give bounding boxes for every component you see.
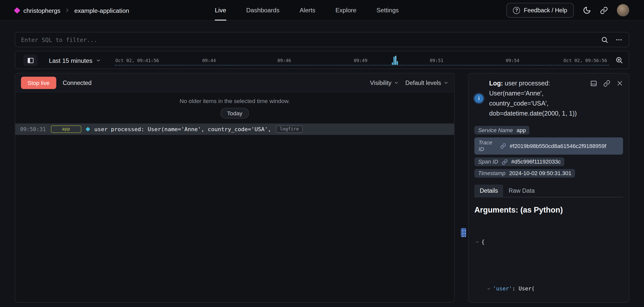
histogram-bar xyxy=(392,62,393,65)
timeline-tick: 09:49 xyxy=(354,58,367,63)
span-id-value[interactable]: #d5c996f11192033c xyxy=(511,159,561,165)
nav-tab-explore[interactable]: Explore xyxy=(335,0,356,21)
log-level-diamond-icon xyxy=(85,127,90,131)
timestamp-value: 2024-10-02 09:50:31.301 xyxy=(509,170,572,176)
empty-window-message: No older items in the selected time wind… xyxy=(15,92,454,104)
breadcrumb-project[interactable]: example-application xyxy=(74,7,129,14)
timeline-tick: Oct 02, 09:56:56 xyxy=(564,58,607,63)
search-icon[interactable] xyxy=(601,36,608,43)
timeline-tick: 09:44 xyxy=(202,58,216,63)
chevron-down-icon xyxy=(444,80,449,85)
timeline-tick: 09:54 xyxy=(506,58,519,63)
top-nav: christophergs example-application Live D… xyxy=(0,0,644,21)
panel-resize-handle[interactable] xyxy=(461,228,466,237)
collapse-caret-icon[interactable] xyxy=(487,265,492,303)
sql-filter-bar xyxy=(15,32,629,47)
nav-tab-settings[interactable]: Settings xyxy=(377,0,399,21)
detail-title-kind: Log: xyxy=(489,80,503,87)
dock-panel-icon[interactable] xyxy=(590,80,597,87)
arguments-code-block: { 'user': User( name='Anne', country_cod… xyxy=(474,219,623,303)
sql-filter-input[interactable] xyxy=(21,36,594,43)
info-level-icon: i xyxy=(474,94,484,103)
close-icon[interactable] xyxy=(617,80,623,87)
detail-title-block: i Log: user processed: User(name='Anne',… xyxy=(474,78,598,119)
dark-mode-moon-icon[interactable] xyxy=(583,6,591,14)
service-tag-pill[interactable]: app xyxy=(51,126,81,133)
timeline-tick: 09:51 xyxy=(430,58,443,63)
histogram-bar xyxy=(395,56,396,65)
time-range-label: Last 15 minutes xyxy=(49,57,92,64)
link-icon xyxy=(502,159,508,165)
service-name-value: app xyxy=(517,127,526,133)
nav-tab-dashboards[interactable]: Dashboards xyxy=(246,0,279,21)
help-circle-icon: ? xyxy=(513,7,520,14)
log-timestamp: 09:50:31 xyxy=(20,126,46,132)
zoom-in-icon[interactable] xyxy=(615,56,623,64)
histogram-bar xyxy=(393,57,395,65)
connection-status: Connected xyxy=(63,79,92,86)
timestamp-badge: Timestamp 2024-10-02 09:50:31.301 xyxy=(474,169,575,178)
arguments-heading: Arguments: (as Python) xyxy=(474,206,623,215)
logfire-logo-icon[interactable] xyxy=(14,7,20,13)
histogram-bar xyxy=(397,61,398,65)
feedback-help-label: Feedback / Help xyxy=(524,7,567,14)
breadcrumb-org[interactable]: christophergs xyxy=(23,7,60,14)
timeline-tick: Oct 02, 09:41:56 xyxy=(115,58,159,63)
timestamp-label: Timestamp xyxy=(478,170,505,176)
breadcrumb: christophergs example-application xyxy=(15,0,129,21)
service-name-label: Service Name xyxy=(478,127,513,133)
code-line: 'user': User( xyxy=(474,265,623,303)
trace-id-label: Trace ID xyxy=(478,139,497,152)
nav-right-controls: ? Feedback / Help xyxy=(507,0,629,21)
tab-raw-data[interactable]: Raw Data xyxy=(503,185,540,197)
sidebar-toggle-icon[interactable] xyxy=(23,55,37,66)
span-id-badge[interactable]: Span ID #d5c996f11192033c xyxy=(474,158,565,166)
copy-link-icon[interactable] xyxy=(603,80,610,87)
stop-live-button[interactable]: Stop live xyxy=(21,76,56,89)
trace-id-value[interactable]: #f2019b98b550cd8a61546c2f9188959f xyxy=(510,143,606,149)
user-avatar[interactable] xyxy=(617,4,629,16)
detail-attribute-badges: Service Name app Trace ID #f2019b98b550c… xyxy=(474,126,623,178)
log-message: user processed: User(name='Anne', countr… xyxy=(94,126,271,132)
nav-tab-live[interactable]: Live xyxy=(215,0,226,21)
chevron-right-icon xyxy=(64,7,70,13)
share-link-icon[interactable] xyxy=(600,6,608,14)
code-line: { xyxy=(474,219,623,265)
timeline-tick: 09:46 xyxy=(277,58,291,63)
live-log-panel: Stop live Connected Visibility Default l… xyxy=(15,73,455,303)
live-panel-header: Stop live Connected Visibility Default l… xyxy=(15,73,454,92)
time-range-bar: Last 15 minutes Oct 02, 09:41:56 09:44 0… xyxy=(15,51,629,69)
chevron-down-icon xyxy=(96,58,101,63)
tab-details[interactable]: Details xyxy=(474,185,503,197)
timeline-baseline xyxy=(115,65,609,66)
trace-id-badge[interactable]: Trace ID #f2019b98b550cd8a61546c2f918895… xyxy=(474,137,623,155)
main-nav-tabs: Live Dashboards Alerts Explore Settings xyxy=(215,0,399,21)
collapse-caret-icon[interactable] xyxy=(475,219,480,265)
time-range-dropdown[interactable]: Last 15 minutes xyxy=(49,51,101,69)
scope-tag-pill[interactable]: logfire xyxy=(276,126,303,133)
service-name-badge: Service Name app xyxy=(474,126,530,134)
detail-title: Log: user processed: User(name='Anne', c… xyxy=(489,78,594,119)
log-detail-panel: i Log: user processed: User(name='Anne',… xyxy=(468,73,629,303)
detail-panel-actions xyxy=(590,80,623,87)
today-button[interactable]: Today xyxy=(220,108,249,118)
log-row-selected[interactable]: 09:50:31 app user processed: User(name='… xyxy=(15,123,454,135)
default-levels-dropdown[interactable]: Default levels xyxy=(405,79,449,86)
span-id-label: Span ID xyxy=(478,159,498,165)
filter-more-options-icon[interactable] xyxy=(615,36,623,43)
link-icon xyxy=(500,143,506,149)
timeline[interactable]: Oct 02, 09:41:56 09:44 09:46 09:49 09:51… xyxy=(111,51,612,69)
detail-tabs: Details Raw Data xyxy=(474,185,623,197)
visibility-dropdown[interactable]: Visibility xyxy=(370,79,399,86)
feedback-help-button[interactable]: ? Feedback / Help xyxy=(507,3,574,18)
app-window: christophergs example-application Live D… xyxy=(0,0,644,307)
nav-tab-alerts[interactable]: Alerts xyxy=(300,0,315,21)
default-levels-label: Default levels xyxy=(405,79,441,86)
chevron-down-icon xyxy=(394,80,399,85)
visibility-label: Visibility xyxy=(370,79,391,86)
